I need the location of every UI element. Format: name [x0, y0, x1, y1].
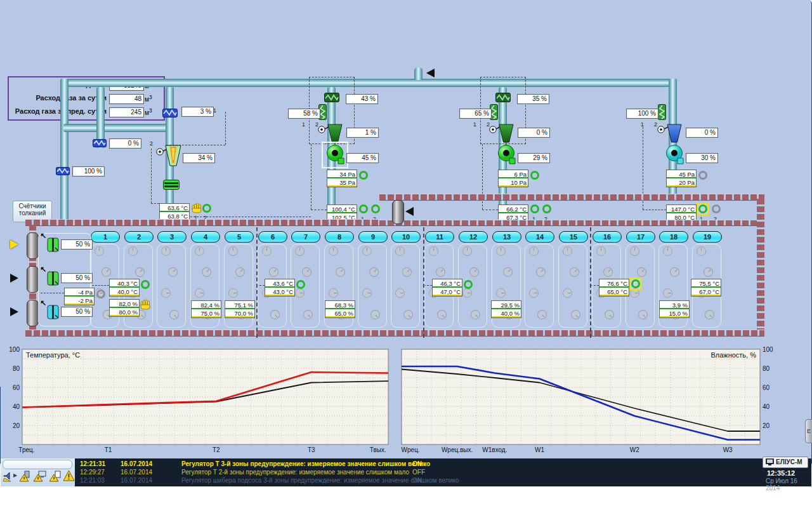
gas-prevday-label: Расход газа за пред. сутки [13, 107, 107, 115]
shutter-3-icon[interactable] [47, 305, 59, 319]
zone2-burner-icon[interactable] [327, 124, 343, 143]
zone4-fan-value[interactable]: 30 % [686, 153, 718, 163]
zone4-side-valve-value[interactable]: 100 % [626, 109, 658, 119]
zone4-temp-status-ring-2 [712, 204, 721, 213]
section-pill[interactable]: 4 [191, 231, 220, 243]
zone3-side-valve-value[interactable]: 65 % [459, 109, 492, 119]
alarm-row[interactable]: 12:29:27 16.07.2014 Регулятор Т 2-й зоны… [75, 469, 811, 477]
section5-humidity-readout[interactable]: 75,1 %70,0 % [225, 300, 255, 318]
zone1-gas-valve-value[interactable]: 3 % [181, 107, 214, 117]
ack-station-alarms-button[interactable] [34, 471, 46, 482]
zone4-burner-value[interactable]: 0 % [686, 128, 718, 138]
zone2-fan-value[interactable]: 45 % [346, 153, 379, 163]
zone1-shutoff-valve-icon[interactable] [163, 180, 180, 190]
gauge-icon [529, 246, 539, 256]
gauge-icon [529, 288, 539, 298]
alarm-row[interactable]: 12:21:31 16.07.2014 Регулятор Т 3-й зоны… [75, 460, 811, 469]
shutter-2-value[interactable]: 50 % [61, 273, 93, 283]
zone4-burner-icon[interactable] [667, 124, 682, 143]
inlet-left-valve-icon[interactable] [56, 167, 70, 175]
zone3-burner-icon[interactable] [499, 124, 514, 143]
section-pill[interactable]: 19 [693, 231, 722, 243]
section-pill[interactable]: 17 [626, 231, 655, 243]
kiln-pressure-readout[interactable]: -4 Pa -2 Pa [64, 288, 95, 305]
zone2-burner-value[interactable]: 1 % [346, 128, 379, 138]
zone2-side-valve-value[interactable]: 58 % [288, 109, 320, 119]
pv: 82,0 % [110, 300, 139, 308]
kiln-wall-bottom [25, 330, 764, 337]
section1-humidity-readout[interactable]: 82,0 %80,0 % [109, 299, 140, 317]
section8-humidity-readout[interactable]: 68,3 %65,0 % [325, 300, 355, 318]
section-pill[interactable]: 6 [258, 231, 287, 243]
section-pill[interactable]: 14 [525, 231, 554, 243]
section-pill[interactable]: 9 [358, 231, 388, 243]
brand-badge[interactable]: ЕЛІУС-М [763, 457, 808, 468]
section-pill[interactable]: 10 [391, 231, 421, 243]
zone2-pressure-readout[interactable]: 34 Pa 35 Pa [327, 170, 357, 187]
alarm-filter-field[interactable] [3, 460, 72, 469]
section1-temp-readout[interactable]: 40,3 °C40,0 °C [109, 279, 140, 297]
section-pill[interactable]: 13 [492, 231, 521, 243]
svg-text:Wрец.: Wрец. [402, 446, 420, 453]
kiln-wall-right [757, 199, 764, 330]
zone1-burner-value[interactable]: 34 % [183, 153, 215, 163]
shutter-1-icon[interactable] [47, 237, 59, 252]
section-pill[interactable]: 12 [459, 231, 488, 243]
ack-local-alarms-button[interactable] [20, 471, 31, 482]
section-pill[interactable]: 18 [659, 231, 688, 243]
play-icon[interactable]: ▶ [13, 472, 17, 478]
zone-divider [590, 227, 591, 338]
section11-temp-readout[interactable]: 46,3 °C47,0 °C [432, 279, 462, 297]
zone4-pressure-pv: 45 Pa [667, 170, 696, 178]
zone1-temp-readout[interactable]: 63,6 °C 63,8 °C [159, 203, 190, 221]
svg-text:Влажность, %: Влажность, % [710, 351, 756, 359]
section6-temp-readout[interactable]: 43,6 °C43,0 °C [265, 279, 295, 297]
sound-ack-button[interactable] [3, 471, 13, 482]
section-pill[interactable]: 7 [291, 231, 320, 243]
section-pill[interactable]: 2 [124, 231, 154, 243]
inlet-left-valve-value[interactable]: 100 % [72, 166, 105, 177]
kiln-door-2[interactable] [27, 266, 39, 293]
section-pill[interactable]: 3 [157, 231, 187, 243]
section-pill[interactable]: 8 [325, 231, 354, 243]
zone1-burner-icon[interactable] [165, 145, 181, 166]
zone3-pressure-readout[interactable]: 6 Pa 10 Pa [498, 170, 528, 187]
section-pill[interactable]: 15 [559, 231, 588, 243]
section4-humidity-readout[interactable]: 82,4 %75,0 % [191, 300, 221, 318]
zone4-fan-icon[interactable] [665, 144, 685, 166]
zone4-pressure-readout[interactable]: 45 Pa 20 Pa [666, 170, 697, 187]
push-direction-arrow-icon [10, 307, 18, 316]
shutter-1-value[interactable]: 50 % [61, 239, 93, 250]
shutter-2-icon[interactable] [47, 271, 59, 286]
zone3-top-valve-value[interactable]: 35 % [517, 94, 549, 104]
zone3-burner-value[interactable]: 0 % [518, 128, 550, 138]
kiln-door-1[interactable] [27, 232, 39, 259]
ack-page-alarms-button[interactable] [49, 471, 61, 482]
section-pill[interactable]: 5 [225, 231, 254, 243]
flow-direction-arrow-icon [405, 207, 414, 216]
section19-temp-readout[interactable]: 75,5 °C67,0 °C [691, 279, 721, 297]
zone3-fan-value[interactable]: 29 % [518, 153, 550, 163]
kiln-door-3[interactable] [27, 300, 39, 326]
zone4-side-valve-icon[interactable] [658, 104, 666, 120]
zone1-gas-valve-icon[interactable] [162, 109, 178, 117]
alarm-summary-button[interactable] [63, 470, 75, 482]
section-pill[interactable]: 11 [425, 231, 454, 243]
alarm-row[interactable]: 12:21:03 16.07.2014 Регулятор шибера под… [75, 477, 811, 485]
inlet-top-valve-value[interactable]: 0 % [109, 138, 141, 149]
section16-temp-readout[interactable]: 76,6 °C65,0 °C [599, 279, 629, 297]
recirculation-damper-door[interactable] [392, 200, 404, 224]
section18-humidity-readout[interactable]: 3,9 %15,0 % [659, 300, 690, 318]
zone3-fan-icon[interactable] [497, 144, 517, 166]
zone3-top-valve-icon[interactable] [495, 93, 511, 102]
sp: 80,0 % [110, 308, 139, 316]
shutter-3-value[interactable]: 50 % [61, 307, 93, 317]
side-panel-tab[interactable]: Е [805, 419, 812, 443]
section-pill[interactable]: 1 [91, 231, 120, 243]
section13-humidity-readout[interactable]: 29,5 %40,0 % [491, 300, 521, 318]
zone2-fan-icon[interactable] [325, 144, 346, 166]
section-pill[interactable]: 16 [593, 231, 622, 243]
zone2-top-valve-icon[interactable] [324, 93, 339, 102]
zone2-top-valve-value[interactable]: 43 % [346, 94, 378, 104]
inlet-top-valve-icon[interactable] [93, 139, 107, 147]
